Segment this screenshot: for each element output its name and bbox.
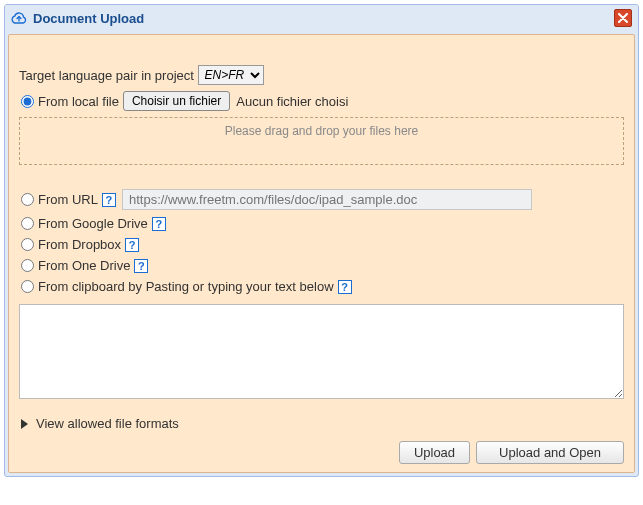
help-icon[interactable]: ? (134, 259, 148, 273)
help-icon[interactable]: ? (152, 217, 166, 231)
radio-google-drive-label: From Google Drive (38, 216, 148, 231)
view-allowed-formats-label: View allowed file formats (36, 416, 179, 431)
titlebar: Document Upload (5, 5, 638, 31)
radio-clipboard[interactable] (21, 280, 34, 293)
source-google-drive-row: From Google Drive ? (19, 216, 624, 231)
target-language-label: Target language pair in project (19, 68, 194, 83)
help-icon[interactable]: ? (125, 238, 139, 252)
view-allowed-formats-toggle[interactable]: View allowed file formats (21, 416, 622, 431)
radio-local-file-label: From local file (38, 94, 119, 109)
file-chosen-status: Aucun fichier choisi (236, 94, 348, 109)
radio-one-drive[interactable] (21, 259, 34, 272)
radio-url-label: From URL (38, 192, 98, 207)
dropzone[interactable]: Please drag and drop your files here (19, 117, 624, 165)
upload-and-open-button[interactable]: Upload and Open (476, 441, 624, 464)
source-clipboard-row: From clipboard by Pasting or typing your… (19, 279, 624, 294)
cloud-upload-icon (11, 11, 27, 25)
target-language-select[interactable]: EN>FR (198, 65, 264, 85)
target-language-row: Target language pair in project EN>FR (19, 65, 624, 85)
radio-one-drive-label: From One Drive (38, 258, 130, 273)
dialog-body: Target language pair in project EN>FR Fr… (8, 34, 635, 473)
url-input[interactable] (122, 189, 532, 210)
source-one-drive-row: From One Drive ? (19, 258, 624, 273)
choose-file-button[interactable]: Choisir un fichier (123, 91, 230, 111)
help-icon[interactable]: ? (338, 280, 352, 294)
caret-right-icon (21, 419, 28, 429)
source-url-row: From URL ? (19, 189, 624, 210)
close-button[interactable] (614, 9, 632, 27)
radio-clipboard-label: From clipboard by Pasting or typing your… (38, 279, 334, 294)
radio-url[interactable] (21, 193, 34, 206)
source-local-file-row: From local file Choisir un fichier Aucun… (19, 91, 624, 111)
source-dropbox-row: From Dropbox ? (19, 237, 624, 252)
dialog-title: Document Upload (33, 11, 614, 26)
close-icon (618, 13, 628, 23)
dialog-footer: Upload Upload and Open (19, 441, 624, 464)
document-upload-dialog: Document Upload Target language pair in … (4, 4, 639, 477)
radio-local-file[interactable] (21, 95, 34, 108)
upload-button[interactable]: Upload (399, 441, 470, 464)
clipboard-textarea[interactable] (19, 304, 624, 399)
radio-google-drive[interactable] (21, 217, 34, 230)
help-icon[interactable]: ? (102, 193, 116, 207)
dropzone-hint: Please drag and drop your files here (225, 124, 418, 138)
radio-dropbox[interactable] (21, 238, 34, 251)
radio-dropbox-label: From Dropbox (38, 237, 121, 252)
